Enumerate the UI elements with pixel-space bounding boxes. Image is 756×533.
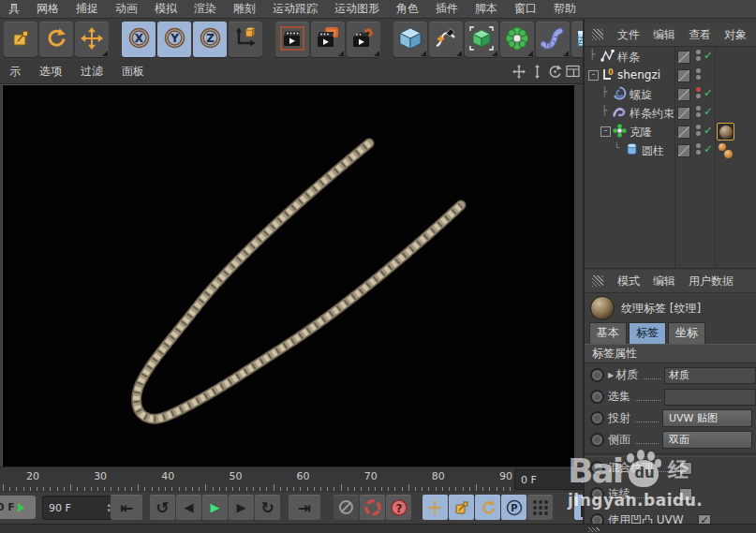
render-visibility-dot[interactable] bbox=[696, 131, 701, 136]
generators-button[interactable] bbox=[465, 22, 498, 57]
go-to-start-button[interactable]: ⇤ bbox=[111, 495, 142, 520]
layer-swatch-icon[interactable] bbox=[677, 51, 690, 64]
rotate-tool[interactable] bbox=[39, 22, 73, 57]
object-manager-menu-2[interactable]: 查看 bbox=[682, 27, 718, 43]
editor-visibility-dot[interactable] bbox=[696, 50, 701, 54]
scale-tool[interactable] bbox=[4, 22, 37, 57]
keyframe-radio-icon[interactable] bbox=[590, 368, 604, 382]
attribute-manager-menu-1[interactable]: 编辑 bbox=[646, 274, 682, 289]
attribute-manager-menu-0[interactable]: 模式 bbox=[611, 274, 646, 289]
object-manager-menu-3[interactable]: 对象 bbox=[718, 27, 753, 43]
mograph-cloner-button[interactable] bbox=[500, 22, 534, 57]
property-field-选集[interactable] bbox=[664, 389, 756, 406]
autokeying-button[interactable] bbox=[360, 495, 385, 520]
key-position-toggle[interactable] bbox=[422, 495, 448, 520]
texture-tag-icon[interactable] bbox=[717, 123, 734, 141]
menubar-item-7[interactable]: 运动跟踪 bbox=[264, 1, 326, 17]
timeline-ruler[interactable]: 2030405060708090 bbox=[0, 466, 583, 493]
current-frame-field[interactable]: 90 F ▴▾ bbox=[42, 496, 117, 520]
layer-swatch-icon[interactable] bbox=[677, 88, 690, 101]
menubar-item-8[interactable]: 运动图形 bbox=[326, 1, 388, 17]
deformers-button[interactable] bbox=[536, 22, 570, 57]
keyframe-radio-icon[interactable] bbox=[590, 487, 604, 501]
next-key-button[interactable]: ↻ bbox=[255, 495, 280, 520]
menubar-item-6[interactable]: 雕刻 bbox=[225, 1, 264, 17]
end-frame-field[interactable]: 0 F ▴▾ bbox=[514, 469, 591, 490]
viewport-maximize-icon[interactable] bbox=[565, 64, 580, 80]
key-pla-toggle[interactable] bbox=[527, 495, 553, 520]
panel-grip-icon[interactable] bbox=[592, 29, 603, 40]
tree-item-shengzi[interactable]: -0shengzi bbox=[585, 66, 756, 84]
render-visibility-dot[interactable] bbox=[696, 94, 701, 98]
menubar-item-2[interactable]: 捕捉 bbox=[67, 1, 107, 17]
render-view-button[interactable] bbox=[275, 22, 309, 57]
object-manager-menu-0[interactable]: 文件 bbox=[611, 27, 646, 43]
attribute-manager-menu-2[interactable]: 用户数据 bbox=[682, 274, 740, 289]
enabled-check-icon[interactable]: ✓ bbox=[704, 105, 713, 118]
keyframe-radio-icon[interactable] bbox=[590, 461, 604, 475]
expander-icon[interactable]: - bbox=[600, 126, 611, 137]
layer-swatch-icon[interactable] bbox=[677, 144, 690, 157]
menubar-item-4[interactable]: 模拟 bbox=[146, 1, 185, 17]
spline-pen-button[interactable] bbox=[429, 22, 463, 57]
next-frame-button[interactable]: ▶ bbox=[229, 495, 254, 520]
key-parameter-toggle[interactable]: P bbox=[501, 495, 526, 520]
keyframe-options-button[interactable]: ? bbox=[386, 495, 411, 520]
enabled-check-icon[interactable]: ✓ bbox=[704, 86, 713, 99]
menubar-item-5[interactable]: 渲染 bbox=[185, 1, 225, 17]
layer-swatch-icon[interactable] bbox=[677, 107, 690, 120]
keyframe-radio-icon[interactable] bbox=[590, 433, 604, 447]
property-dropdown-侧面[interactable]: 双面 bbox=[662, 431, 752, 449]
tree-item-样条[interactable]: ├样条✓ bbox=[585, 47, 756, 66]
editor-visibility-dot[interactable] bbox=[696, 68, 701, 73]
editor-visibility-dot[interactable] bbox=[696, 106, 701, 111]
go-to-end-button[interactable]: ⇥ bbox=[289, 495, 320, 520]
primitive-cube-button[interactable] bbox=[393, 22, 427, 57]
enabled-check-icon[interactable]: ✓ bbox=[704, 124, 713, 137]
keyframe-radio-icon[interactable] bbox=[590, 513, 604, 524]
tree-item-样条约束[interactable]: ├样条约束✓ bbox=[585, 103, 756, 122]
coordinate-system-button[interactable] bbox=[229, 22, 262, 57]
editor-visibility-dot[interactable] bbox=[696, 87, 701, 92]
editor-visibility-dot[interactable] bbox=[696, 143, 701, 148]
previous-key-button[interactable]: ↺ bbox=[150, 495, 175, 520]
tab-标签[interactable]: 标签 bbox=[629, 322, 666, 345]
viewport-canvas[interactable] bbox=[2, 84, 574, 466]
current-frame-marker[interactable]: 90 F bbox=[0, 496, 36, 519]
menubar-item-9[interactable]: 角色 bbox=[388, 1, 427, 17]
render-picture-viewer-button[interactable] bbox=[311, 22, 345, 57]
property-field-材质[interactable]: 材质 bbox=[664, 367, 756, 384]
layer-swatch-icon[interactable] bbox=[677, 69, 690, 82]
tab-基本[interactable]: 基本 bbox=[589, 322, 627, 345]
key-scale-toggle[interactable] bbox=[449, 495, 474, 520]
render-visibility-dot[interactable] bbox=[696, 112, 701, 117]
menubar-item-3[interactable]: 动画 bbox=[107, 1, 146, 17]
property-checkbox-混合纹理[interactable] bbox=[679, 462, 692, 475]
tree-item-圆柱[interactable]: └圆柱✓ bbox=[585, 141, 756, 159]
lock-y-button[interactable]: Y bbox=[157, 22, 191, 57]
viewport-move-icon[interactable] bbox=[511, 64, 526, 80]
tab-坐标[interactable]: 坐标 bbox=[668, 322, 705, 345]
viewport-menu-item-1[interactable]: 选项 bbox=[30, 64, 71, 80]
keyframe-radio-icon[interactable] bbox=[590, 390, 604, 404]
editor-visibility-dot[interactable] bbox=[696, 125, 701, 129]
keyframe-radio-icon[interactable] bbox=[590, 411, 604, 425]
property-dropdown-投射[interactable]: UVW 贴图 bbox=[662, 409, 752, 427]
render-visibility-dot[interactable] bbox=[696, 56, 701, 61]
menubar-item-0[interactable]: 具 bbox=[0, 1, 28, 17]
tree-item-克隆[interactable]: -克隆✓ bbox=[585, 122, 756, 141]
viewport-menu-item-2[interactable]: 过滤 bbox=[71, 64, 112, 80]
expand-arrow-icon[interactable]: ▶ bbox=[608, 371, 614, 379]
panel-grip-icon[interactable] bbox=[588, 527, 600, 532]
layer-swatch-icon[interactable] bbox=[677, 126, 690, 139]
menubar-item-1[interactable]: 网格 bbox=[28, 1, 67, 17]
property-checkbox-连续[interactable] bbox=[679, 488, 692, 501]
viewport-pan-icon[interactable] bbox=[529, 64, 544, 80]
key-rotation-toggle[interactable] bbox=[475, 495, 500, 520]
viewport-menu-item-3[interactable]: 面板 bbox=[112, 64, 154, 80]
enabled-check-icon[interactable]: ✓ bbox=[704, 49, 713, 62]
render-visibility-dot[interactable] bbox=[696, 75, 701, 80]
viewport-menu-item-0[interactable]: 示 bbox=[0, 64, 30, 80]
move-tool[interactable] bbox=[75, 22, 109, 57]
render-settings-button[interactable] bbox=[347, 22, 380, 57]
